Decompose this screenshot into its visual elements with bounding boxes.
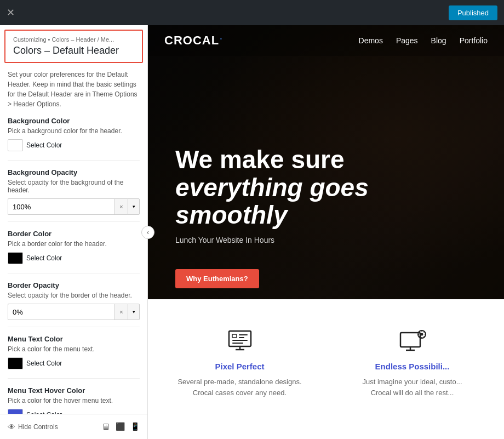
sidebar-wrapper: Customizing • Colors – Header / Me... Co…: [0, 25, 148, 439]
hero-title: We make sure everything goes smoothly: [175, 146, 477, 229]
divider-2: [8, 221, 140, 222]
border-opacity-dropdown[interactable]: ▾: [128, 304, 140, 320]
nav-item-demos[interactable]: Demos: [359, 36, 383, 45]
background-color-swatch[interactable]: [8, 139, 23, 151]
site-nav: CROCAL• Demos Pages Blog Portfolio: [148, 25, 504, 56]
border-color-row: Select Color: [8, 252, 140, 264]
background-opacity-dropdown[interactable]: ▾: [128, 198, 140, 215]
pixel-perfect-desc: Several pre-made, standalone designs. Cr…: [177, 377, 301, 398]
svg-rect-4: [232, 340, 248, 341]
divider-4: [8, 327, 140, 327]
feature-endless: Endless Possibili... Just imagine your i…: [337, 327, 488, 398]
background-opacity-desc: Select opacity for the background of the…: [8, 179, 140, 194]
pixel-perfect-icon: [224, 327, 256, 354]
svg-line-15: [419, 332, 420, 332]
divider-5: [8, 378, 140, 379]
hide-controls-button[interactable]: 👁 Hide Controls: [8, 423, 58, 431]
border-opacity-label: Border Opacity: [8, 281, 140, 289]
divider-1: [8, 160, 140, 161]
hide-controls-label: Hide Controls: [18, 423, 58, 431]
svg-rect-0: [229, 331, 251, 346]
menu-text-color-swatch[interactable]: [8, 357, 23, 369]
page-title: Colors – Default Header: [13, 45, 119, 56]
svg-rect-5: [232, 343, 243, 344]
eye-icon: 👁: [8, 423, 15, 431]
site-hero: CROCAL• Demos Pages Blog Portfolio We ma…: [148, 25, 504, 299]
section-description: Set your color preferences for the Defau…: [8, 67, 140, 109]
endless-desc: Just imagine your ideal, custo... Crocal…: [362, 377, 462, 398]
nav-item-pages[interactable]: Pages: [396, 36, 418, 45]
main-layout: Customizing • Colors – Header / Me... Co…: [0, 25, 504, 439]
background-color-button[interactable]: Select Color: [26, 141, 62, 149]
svg-rect-2: [239, 334, 248, 335]
chevron-left-icon: ‹: [147, 229, 149, 236]
endless-title: Endless Possibili...: [375, 362, 450, 371]
hero-title-line2: everything goes smoothly: [175, 173, 369, 230]
menu-text-color-desc: Pick a color for the menu text.: [8, 345, 140, 353]
site-menu: Demos Pages Blog Portfolio: [359, 36, 488, 45]
menu-text-hover-color-desc: Pick a color for the hover menu text.: [8, 397, 140, 404]
background-color-row: Select Color: [8, 139, 140, 151]
border-opacity-clear[interactable]: ×: [114, 304, 128, 320]
logo-dot: •: [220, 36, 222, 41]
border-color-label: Border Color: [8, 230, 140, 238]
border-color-button[interactable]: Select Color: [26, 254, 62, 262]
svg-line-17: [423, 332, 424, 332]
svg-point-10: [420, 333, 423, 336]
breadcrumb-section: Customizing • Colors – Header / Me... Co…: [4, 30, 143, 63]
features-section: Pixel Perfect Several pre-made, standalo…: [148, 299, 504, 425]
breadcrumb: Customizing • Colors – Header / Me...: [13, 36, 134, 43]
menu-text-color-button[interactable]: Select Color: [26, 360, 62, 367]
feature-pixel-perfect: Pixel Perfect Several pre-made, standalo…: [164, 327, 315, 398]
mobile-icon[interactable]: 📱: [130, 422, 140, 432]
background-opacity-input[interactable]: [8, 198, 114, 215]
sidebar: Customizing • Colors – Header / Me... Co…: [0, 25, 148, 439]
border-opacity-input[interactable]: [8, 304, 114, 320]
collapse-sidebar-button[interactable]: ‹: [141, 226, 154, 239]
menu-text-color-row: Select Color: [8, 357, 140, 369]
cta-button[interactable]: Why Euthemians?: [175, 269, 259, 288]
nav-item-portfolio[interactable]: Portfolio: [460, 36, 488, 45]
hero-subtitle: Lunch Your Website In Hours: [175, 236, 477, 244]
svg-rect-3: [239, 337, 244, 338]
menu-text-hover-color-row: Select Color: [8, 409, 140, 414]
svg-rect-8: [400, 333, 420, 347]
site-logo: CROCAL•: [164, 33, 222, 48]
nav-item-blog[interactable]: Blog: [431, 36, 446, 45]
border-opacity-row: × ▾: [8, 304, 140, 320]
tablet-icon[interactable]: ⬛: [116, 422, 125, 432]
device-icons: 🖥 ⬛ 📱: [101, 422, 140, 432]
preview-area: CROCAL• Demos Pages Blog Portfolio We ma…: [148, 25, 504, 439]
divider-3: [8, 273, 140, 273]
menu-text-color-label: Menu Text Color: [8, 335, 140, 343]
menu-text-hover-color-swatch[interactable]: [8, 409, 23, 414]
background-opacity-row: × ▾: [8, 198, 140, 215]
background-opacity-clear[interactable]: ×: [114, 198, 128, 215]
desktop-icon[interactable]: 🖥: [101, 422, 110, 432]
border-color-swatch[interactable]: [8, 252, 23, 264]
menu-text-hover-color-label: Menu Text Hover Color: [8, 386, 140, 395]
background-opacity-label: Background Opacity: [8, 168, 140, 176]
sidebar-content[interactable]: Set your color preferences for the Defau…: [0, 67, 147, 414]
top-bar: ✕ Published: [0, 0, 504, 25]
hero-content: We make sure everything goes smoothly Lu…: [175, 146, 477, 244]
hero-title-line1: We make sure: [175, 145, 345, 174]
background-color-desc: Pick a background color for the header.: [8, 127, 140, 135]
svg-line-18: [419, 337, 420, 337]
website-preview: CROCAL• Demos Pages Blog Portfolio We ma…: [148, 25, 504, 439]
svg-line-16: [423, 337, 424, 337]
close-button[interactable]: ✕: [7, 7, 15, 19]
published-button[interactable]: Published: [449, 5, 497, 20]
pixel-perfect-title: Pixel Perfect: [215, 362, 264, 371]
border-opacity-desc: Select opacity for the border of the hea…: [8, 292, 140, 299]
sidebar-bottom: 👁 Hide Controls 🖥 ⬛ 📱: [0, 414, 147, 439]
background-color-label: Background Color: [8, 117, 140, 125]
border-color-desc: Pick a border color for the header.: [8, 240, 140, 248]
svg-rect-1: [232, 334, 237, 338]
endless-icon: [396, 327, 429, 354]
